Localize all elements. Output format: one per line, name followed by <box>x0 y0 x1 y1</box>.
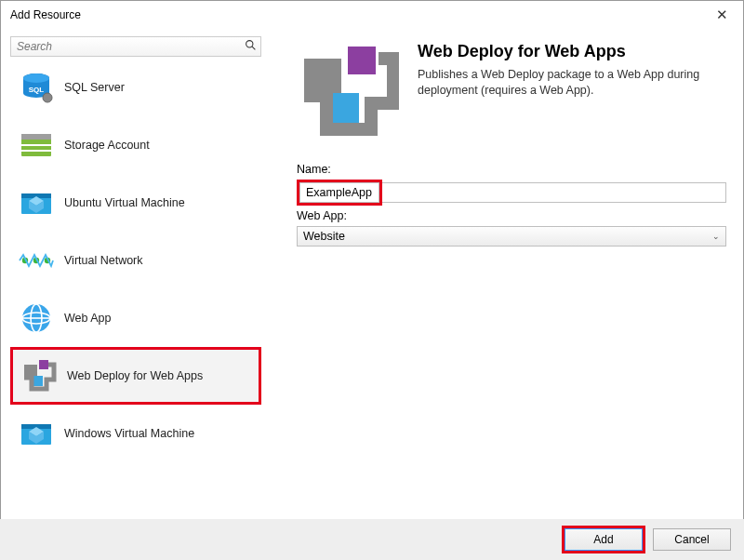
webapp-label: Web App: <box>297 209 726 222</box>
svg-rect-20 <box>39 360 48 369</box>
detail-description: Publishes a Web Deploy package to a Web … <box>418 67 724 99</box>
window-title: Add Resource <box>10 8 81 21</box>
search-icon <box>245 39 257 54</box>
resource-list: SQL SQL Server <box>10 59 261 513</box>
resource-item-ubuntu-vm[interactable]: Ubuntu Virtual Machine <box>10 174 261 232</box>
svg-text:SQL: SQL <box>29 86 45 94</box>
svg-rect-25 <box>348 47 376 74</box>
resource-item-vnet[interactable]: Virtual Network <box>10 232 261 289</box>
webdeploy-icon <box>19 355 60 396</box>
webdeploy-large-icon <box>297 42 399 144</box>
resource-item-label: Storage Account <box>64 139 150 152</box>
cancel-button[interactable]: Cancel <box>653 528 731 551</box>
webapp-dropdown[interactable]: Website ⌄ <box>297 226 726 247</box>
svg-point-3 <box>23 73 49 83</box>
chevron-down-icon: ⌄ <box>712 232 720 241</box>
vnet-icon <box>16 240 57 281</box>
add-button[interactable]: Add <box>565 528 643 551</box>
resource-item-label: Virtual Network <box>64 254 143 267</box>
search-input[interactable] <box>15 40 245 53</box>
resource-item-webapp[interactable]: Web App <box>10 289 261 347</box>
storage-icon <box>16 125 57 166</box>
sql-server-icon: SQL <box>16 67 57 108</box>
detail-pane: Web Deploy for Web Apps Publishes a Web … <box>269 29 743 520</box>
resource-item-webdeploy[interactable]: Web Deploy for Web Apps <box>10 347 261 405</box>
titlebar: Add Resource ✕ <box>1 1 743 29</box>
svg-point-0 <box>246 41 253 47</box>
resource-item-windows-vm[interactable]: Windows Virtual Machine <box>10 405 261 462</box>
resource-item-label: Web Deploy for Web Apps <box>67 369 203 382</box>
dialog-footer: Add Cancel <box>0 519 744 560</box>
name-label: Name: <box>297 163 726 176</box>
resource-list-pane: SQL SQL Server <box>1 29 269 520</box>
resource-item-label: Web App <box>64 312 112 325</box>
resource-item-storage[interactable]: Storage Account <box>10 116 261 174</box>
svg-line-1 <box>252 47 255 49</box>
svg-rect-26 <box>329 93 359 123</box>
resource-item-sql-server[interactable]: SQL SQL Server <box>10 59 261 116</box>
resource-item-label: SQL Server <box>64 81 125 94</box>
name-input[interactable] <box>299 182 379 203</box>
webapp-selected-value: Website <box>303 230 345 243</box>
windows-vm-icon <box>16 413 57 454</box>
detail-title: Web Deploy for Web Apps <box>418 42 724 61</box>
close-icon[interactable]: ✕ <box>708 7 736 23</box>
webapp-icon <box>16 298 57 339</box>
resource-item-label: Windows Virtual Machine <box>64 427 194 440</box>
search-box[interactable] <box>10 36 261 57</box>
svg-point-5 <box>43 93 52 102</box>
svg-rect-7 <box>21 134 51 140</box>
ubuntu-vm-icon <box>16 182 57 223</box>
resource-item-label: Ubuntu Virtual Machine <box>64 196 185 209</box>
svg-rect-21 <box>33 376 43 386</box>
